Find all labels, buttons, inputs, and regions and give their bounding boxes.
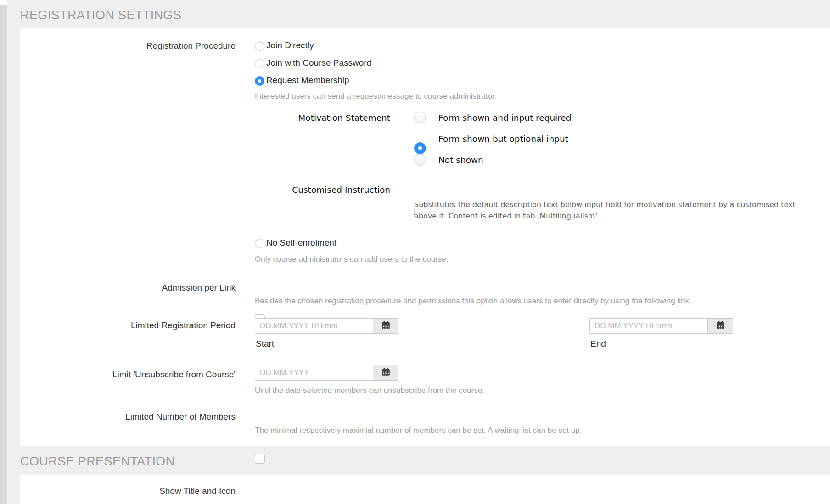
registration-period-start-caption: Start bbox=[256, 339, 274, 349]
member-limit-description: The minimal respectively maximial number… bbox=[255, 426, 582, 435]
unsubscribe-limit-description: Until the date selected members can unsu… bbox=[255, 386, 484, 395]
radio-form-shown-input-required-label[interactable]: Form shown and input required bbox=[438, 113, 572, 123]
registration-period-end-calendar-button[interactable] bbox=[707, 318, 733, 334]
unsubscribe-limit-label: Limit 'Unsubscribe from Course' bbox=[0, 370, 236, 380]
member-limit-checkbox[interactable] bbox=[255, 454, 265, 464]
radio-not-shown-label[interactable]: Not shown bbox=[438, 155, 483, 165]
admission-per-link-description: Besides the chosen registration procedur… bbox=[255, 297, 691, 306]
radio-join-directly[interactable] bbox=[255, 41, 264, 51]
course-settings-page: REGISTRATION SETTINGS Registration Proce… bbox=[0, 0, 830, 504]
registration-procedure-label: Registration Procedure bbox=[0, 41, 236, 51]
registration-period-start-input[interactable] bbox=[255, 318, 373, 334]
radio-join-with-course-password[interactable] bbox=[255, 59, 264, 68]
unsubscribe-limit-calendar-button[interactable] bbox=[373, 365, 398, 381]
show-title-icon-label: Show Title and Icon bbox=[0, 486, 236, 496]
radio-form-shown-optional-input-label[interactable]: Form shown but optional input bbox=[438, 134, 568, 144]
registration-period-start-group bbox=[255, 318, 398, 334]
radio-no-self-enrolment[interactable] bbox=[255, 239, 264, 248]
radio-form-shown-optional-input[interactable] bbox=[414, 142, 426, 154]
radio-form-shown-input-required[interactable] bbox=[414, 112, 426, 123]
calendar-icon bbox=[381, 320, 391, 331]
registration-period-start-calendar-button[interactable] bbox=[373, 318, 398, 334]
radio-join-directly-label[interactable]: Join Directly bbox=[266, 40, 314, 50]
radio-not-shown[interactable] bbox=[414, 154, 426, 166]
no-self-enrolment-description: Only course administrators can add users… bbox=[255, 255, 448, 264]
radio-request-membership-label[interactable]: Request Membership bbox=[266, 75, 349, 85]
registration-period-end-group bbox=[589, 318, 733, 334]
motivation-statement-label: Motivation Statement bbox=[0, 113, 390, 123]
registration-period-end-caption: End bbox=[590, 339, 606, 349]
course-presentation-heading: COURSE PRESENTATION bbox=[20, 454, 175, 469]
registration-settings-panel bbox=[20, 28, 830, 446]
radio-no-self-enrolment-label[interactable]: No Self-enrolment bbox=[266, 238, 336, 248]
page-left-margin bbox=[0, 0, 7, 5]
registration-settings-heading: REGISTRATION SETTINGS bbox=[20, 8, 181, 22]
radio-join-with-course-password-label[interactable]: Join with Course Password bbox=[266, 58, 371, 68]
limited-registration-period-label: Limited Registration Period bbox=[0, 320, 236, 330]
member-limit-label: Limited Number of Members bbox=[0, 412, 236, 422]
calendar-icon bbox=[716, 320, 725, 331]
request-membership-description: Interested users can send a request/mess… bbox=[255, 92, 496, 101]
radio-request-membership[interactable] bbox=[255, 76, 264, 86]
unsubscribe-limit-date-input[interactable] bbox=[255, 365, 373, 381]
unsubscribe-limit-group bbox=[255, 365, 398, 381]
admission-per-link-label: Admission per Link bbox=[0, 283, 236, 293]
registration-period-end-input[interactable] bbox=[589, 318, 708, 334]
calendar-icon bbox=[381, 367, 391, 378]
customised-instruction-label: Customised Instruction bbox=[0, 185, 390, 195]
page-left-edge-strip bbox=[0, 5, 7, 504]
customised-instruction-description: Substitutes the default description text… bbox=[414, 199, 818, 222]
